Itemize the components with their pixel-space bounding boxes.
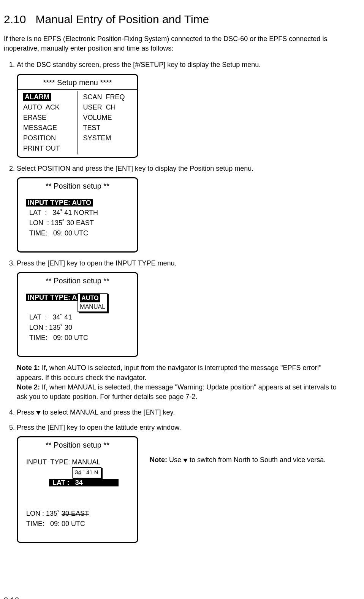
svg-marker-1 [183, 459, 188, 462]
down-arrow-icon-2 [183, 456, 188, 465]
note-1-label: Note 1: [17, 364, 40, 372]
position-setup-title-2: ** Position setup ** [18, 275, 137, 288]
step-4: Press to select MANUAL and press the [EN… [17, 408, 349, 418]
setup-menu-title: **** Setup menu **** [18, 77, 137, 89]
note-2-text: If, when MANUAL is selected, the message… [17, 383, 337, 400]
time-line-1: TIME: 09: 00 UTC [29, 228, 131, 238]
input-type-manual-line: INPUT TYPE: MANUAL [26, 457, 131, 467]
lat-entry-box[interactable]: 34 ˚ 41 N [72, 467, 101, 478]
page-number: 2-10 [4, 595, 349, 599]
note-2-label: Note 2: [17, 383, 40, 391]
setup-menu-panel: **** Setup menu **** ALARM AUTO ACK ERAS… [17, 74, 138, 158]
time-line-2: TIME: 09: 00 UTC [29, 333, 131, 343]
step-1-text: At the DSC standby screen, press the [#/… [17, 61, 261, 68]
side-note: Note: Use to switch from North to South … [150, 455, 326, 465]
menu-item-alarm: ALARM [23, 93, 51, 101]
setup-menu-right-col: SCAN FREQ USER CH VOLUME TEST SYSTEM [78, 91, 138, 154]
intro-paragraph: If there is no EPFS (Electronic Position… [4, 34, 349, 53]
input-type-dropdown[interactable]: AUTO MANUAL [78, 293, 108, 312]
step-5: Press the [ENT] key to open the latitude… [17, 423, 349, 549]
input-type-label-hl: INPUT TYPE: A [26, 294, 78, 301]
position-setup-panel-2: ** Position setup ** INPUT TYPE: A AUTO … [17, 272, 138, 357]
lat-highlight-line: LAT : 34 [49, 479, 119, 486]
position-setup-panel-1: ** Position setup ** INPUT TYPE: AUTO LA… [17, 177, 138, 253]
note-1-text: If, when AUTO is selected, input from th… [17, 364, 321, 381]
lon-line-1: LON : 135˚ 30 EAST [29, 218, 131, 228]
side-note-text-b: to switch from North to South and vice v… [188, 456, 326, 464]
lat-line-1: LAT : 34˚ 41 NORTH [29, 208, 131, 218]
menu-item-erase: ERASE [23, 113, 74, 123]
step-3-text: Press the [ENT] key to open the INPUT TY… [17, 259, 177, 267]
section-number: 2.10 [4, 13, 26, 25]
setup-menu-left-col: ALARM AUTO ACK ERASE MESSAGE POSITION PR… [18, 91, 78, 154]
position-setup-title-1: ** Position setup ** [18, 181, 137, 193]
menu-item-volume: VOLUME [83, 113, 134, 123]
menu-item-position: POSITION [23, 133, 74, 143]
lon-line-2: LON : 135˚ 30 [29, 323, 131, 333]
section-title-text: Manual Entry of Position and Time [35, 13, 209, 25]
step-2-text: Select POSITION and press the [ENT] key … [17, 165, 253, 172]
dropdown-option-manual[interactable]: MANUAL [80, 303, 105, 310]
menu-item-auto-ack: AUTO ACK [23, 102, 74, 113]
menu-item-user-ch: USER CH [83, 102, 134, 113]
lat-line-2: LAT : 34˚ 41 [29, 312, 131, 323]
step-4-text-a: Press [17, 408, 36, 416]
svg-marker-0 [36, 411, 41, 415]
step-2: Select POSITION and press the [ENT] key … [17, 164, 349, 253]
menu-item-print-out: PRINT OUT [23, 143, 74, 154]
step-4-text-b: to select MANUAL and press the [ENT] key… [41, 408, 175, 416]
step-5-text: Press the [ENT] key to open the latitude… [17, 424, 181, 431]
down-arrow-icon [36, 408, 41, 418]
menu-item-message: MESSAGE [23, 123, 74, 133]
input-type-auto-hl: INPUT TYPE: AUTO [26, 199, 93, 207]
step-1: At the DSC standby screen, press the [#/… [17, 60, 349, 157]
section-heading: 2.10 Manual Entry of Position and Time [4, 11, 349, 27]
time-line-3: TIME: 09: 00 UTC [26, 519, 131, 529]
position-setup-panel-3: ** Position setup ** INPUT TYPE: MANUAL … [17, 436, 138, 543]
menu-item-scan-freq: SCAN FREQ [83, 92, 134, 102]
notes-block: Note 1: If, when AUTO is selected, input… [17, 363, 349, 402]
step-3: Press the [ENT] key to open the INPUT TY… [17, 259, 349, 402]
lat-entry-cursor-digit: 4 [78, 469, 81, 475]
menu-item-system: SYSTEM [83, 133, 134, 143]
side-note-label: Note: [150, 456, 167, 464]
dropdown-option-auto[interactable]: AUTO [80, 294, 100, 302]
side-note-text-a: Use [167, 456, 183, 464]
lon-line-3: LON : 135˚ 30 EAST [26, 508, 131, 519]
menu-item-test: TEST [83, 123, 134, 133]
position-setup-title-3: ** Position setup ** [18, 440, 137, 452]
